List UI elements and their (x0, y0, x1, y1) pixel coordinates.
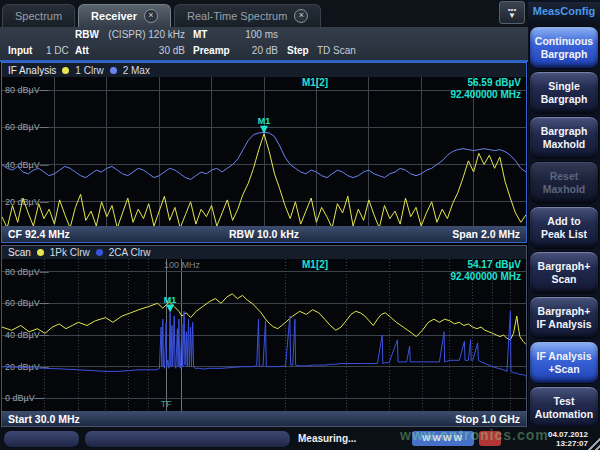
watermark-text: www.cntronics.com (400, 427, 549, 443)
svg-text:40 dBµV—: 40 dBµV— (5, 160, 49, 170)
trace2-label: 2CA Clrw (109, 247, 151, 258)
step-value[interactable]: TD Scan (317, 45, 356, 56)
preamp-label: Preamp (193, 45, 230, 56)
svg-text:M1: M1 (258, 116, 271, 126)
scan-chart[interactable]: 80 dBµV—60 dBµV—40 dBµV—20 dBµV—0 dBµV—1… (2, 259, 526, 411)
softkey-test-automation[interactable]: Test Automation (529, 386, 599, 429)
svg-text:60 dBµV—: 60 dBµV— (5, 298, 49, 308)
rbw-value[interactable]: (CISPR) 120 kHz (100, 29, 185, 40)
span-readout[interactable]: Span 2.0 MHz (349, 228, 520, 240)
softkey-bargraph-maxhold[interactable]: Bargraph Maxhold (529, 116, 599, 159)
trace2-dot-icon (96, 249, 103, 256)
marker-level: 54.17 dBµV (467, 259, 521, 271)
scan-panel-footer: Start 30.0 MHz Stop 1.0 GHz (2, 411, 526, 426)
date-time: 04.07.2012 13:27:07 (548, 430, 588, 448)
mt-label: MT (193, 29, 207, 40)
marker-frequency: 92.400000 MHz (302, 89, 521, 101)
svg-text:80 dBµV—: 80 dBµV— (5, 267, 49, 277)
softkey-continuous-bargraph[interactable]: Continuous Bargraph (529, 26, 599, 69)
softkey-sidebar: MeasConfig Continuous Bargraph Single Ba… (528, 0, 600, 450)
start-frequency[interactable]: Start 30.0 MHz (8, 413, 264, 425)
tab-overflow-button[interactable]: ••• ▼ (499, 1, 525, 24)
tab-label: Real-Time Spectrum (187, 10, 287, 22)
trace1-label: 1Pk Clrw (50, 247, 90, 258)
svg-text:100 MHz: 100 MHz (164, 260, 201, 270)
att-value[interactable]: 30 dB (130, 45, 185, 56)
svg-text:20 dBµV—: 20 dBµV— (5, 197, 49, 207)
center-frequency[interactable]: CF 92.4 MHz (8, 228, 179, 240)
rbw-readout[interactable]: RBW 10.0 kHz (179, 228, 350, 240)
tab-real-time-spectrum[interactable]: Real-Time Spectrum × (174, 4, 321, 27)
trace2-label: 2 Max (123, 65, 150, 76)
status-slot-1 (3, 430, 80, 448)
marker-level: 56.59 dBµV (467, 77, 521, 89)
softkey-if-analysis-scan[interactable]: IF Analysis +Scan (529, 341, 599, 384)
date: 04.07.2012 (548, 430, 588, 439)
input-label: Input (8, 45, 32, 56)
input-value[interactable]: 1 DC (46, 45, 69, 56)
trace1-dot-icon (62, 67, 69, 74)
scan-marker-readout: M1[2] 54.17 dBµV 92.400000 MHz (302, 259, 521, 283)
settings-row-2: Input 1 DC Att 30 dB Preamp 20 dB Step T… (0, 43, 528, 59)
svg-text:TF: TF (161, 399, 172, 409)
scan-panel-header: Scan 1Pk Clrw 2CA Clrw (2, 246, 526, 259)
mt-value[interactable]: 100 ms (228, 29, 278, 40)
trace2-dot-icon (110, 67, 117, 74)
marker-frequency: 92.400000 MHz (302, 271, 521, 283)
settings-bar: RBW (CISPR) 120 kHz MT 100 ms Input 1 DC… (0, 27, 528, 60)
close-icon[interactable]: × (294, 9, 308, 23)
tab-label: Receiver (91, 10, 137, 22)
softkey-menu-title: MeasConfig (528, 2, 600, 22)
if-analysis-panel[interactable]: IF Analysis 1 Clrw 2 Max 80 dBµV—60 dBµV… (1, 62, 527, 243)
rbw-label: RBW (75, 29, 99, 40)
if-chart[interactable]: 80 dBµV—60 dBµV—40 dBµV—20 dBµV—M1 M1[2]… (2, 77, 526, 226)
preamp-value[interactable]: 20 dB (228, 45, 278, 56)
if-panel-header: IF Analysis 1 Clrw 2 Max (2, 63, 526, 77)
scan-panel[interactable]: Scan 1Pk Clrw 2CA Clrw 80 dBµV—60 dBµV—4… (1, 245, 527, 427)
tab-label: Spectrum (15, 10, 62, 22)
close-icon[interactable]: × (144, 9, 158, 23)
softkey-reset-maxhold: Reset Maxhold (529, 161, 599, 204)
marker-name: M1[2] (302, 77, 328, 89)
time: 13:27:07 (548, 439, 588, 448)
step-label: Step (287, 45, 309, 56)
status-slot-2 (84, 430, 291, 448)
softkey-single-bargraph[interactable]: Single Bargraph (529, 71, 599, 114)
scan-panel-title: Scan (8, 247, 31, 258)
chevron-down-icon: ▼ (508, 13, 516, 19)
softkey-bargraph-if-analysis[interactable]: Bargraph+ IF Analysis (529, 296, 599, 339)
stop-frequency[interactable]: Stop 1.0 GHz (264, 413, 520, 425)
softkey-bargraph-scan[interactable]: Bargraph+ Scan (529, 251, 599, 294)
settings-row-1: RBW (CISPR) 120 kHz MT 100 ms (0, 27, 528, 43)
trace1-label: 1 Clrw (75, 65, 103, 76)
tab-receiver[interactable]: Receiver × (78, 4, 171, 27)
att-label: Att (75, 45, 89, 56)
svg-text:80 dBµV—: 80 dBµV— (5, 85, 49, 95)
instrument-screen: Spectrum Receiver × Real-Time Spectrum ×… (0, 0, 600, 450)
if-panel-footer: CF 92.4 MHz RBW 10.0 kHz Span 2.0 MHz (2, 226, 526, 242)
if-panel-title: IF Analysis (8, 65, 56, 76)
tab-bar: Spectrum Receiver × Real-Time Spectrum ×… (0, 0, 528, 27)
svg-text:M1: M1 (164, 295, 177, 305)
marker-name: M1[2] (302, 259, 328, 271)
softkey-add-to-peak-list[interactable]: Add to Peak List (529, 206, 599, 249)
trace1-dot-icon (37, 249, 44, 256)
tab-spectrum[interactable]: Spectrum (2, 4, 75, 27)
if-marker-readout: M1[2] 56.59 dBµV 92.400000 MHz (302, 77, 521, 101)
svg-text:0 dBµV—: 0 dBµV— (5, 393, 44, 403)
measurement-status: Measuring... (298, 433, 356, 444)
svg-text:60 dBµV—: 60 dBµV— (5, 122, 49, 132)
